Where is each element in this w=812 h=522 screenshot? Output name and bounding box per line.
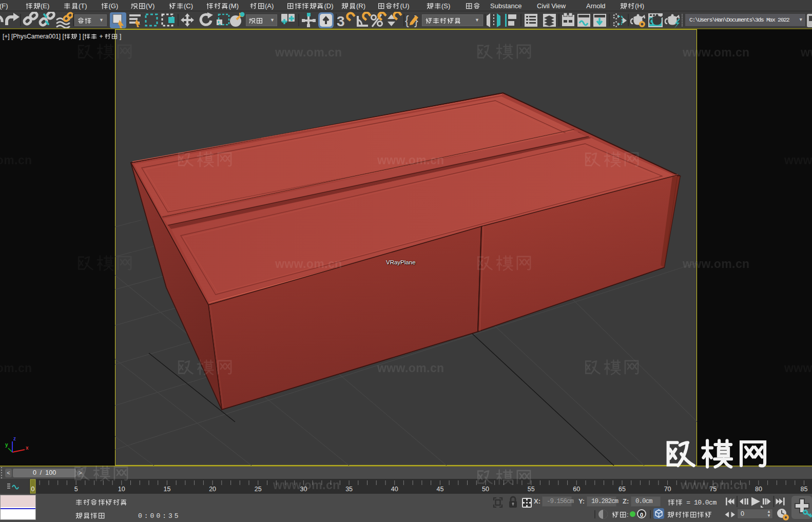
svg-text:30: 30 (300, 486, 307, 493)
svg-text:80: 80 (755, 486, 762, 493)
svg-text:5: 5 (74, 486, 78, 493)
svg-text:35: 35 (345, 486, 353, 493)
svg-text:50: 50 (482, 486, 489, 493)
svg-text:85: 85 (801, 486, 808, 493)
svg-text:65: 65 (618, 486, 626, 493)
svg-text:3: 3 (337, 13, 345, 29)
svg-text:0: 0 (31, 486, 35, 493)
svg-text:60: 60 (573, 486, 580, 493)
svg-text:55: 55 (528, 486, 535, 493)
svg-text:20: 20 (209, 486, 216, 493)
svg-text:z: z (13, 436, 16, 441)
svg-text:x: x (26, 445, 29, 451)
svg-text:45: 45 (436, 486, 443, 493)
svg-text:10: 10 (118, 486, 125, 493)
svg-text:40: 40 (391, 486, 398, 493)
svg-text:15: 15 (163, 486, 170, 493)
svg-text:25: 25 (255, 486, 262, 493)
svg-text:70: 70 (664, 486, 671, 493)
svg-text:75: 75 (709, 486, 717, 493)
svg-text:{: { (405, 14, 409, 27)
svg-text:y: y (5, 442, 8, 448)
